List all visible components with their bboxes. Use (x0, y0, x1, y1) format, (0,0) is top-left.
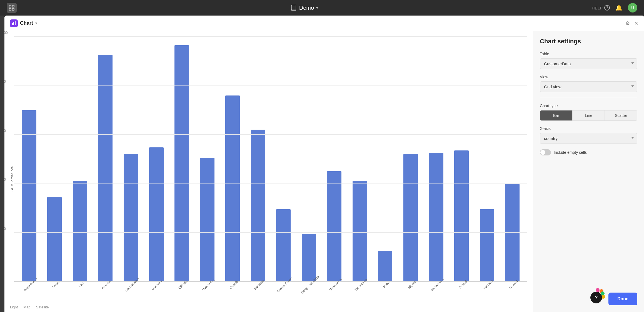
bar-chart-icon (12, 21, 16, 26)
bottom-tab-map[interactable]: Map (23, 305, 30, 309)
x-axis-tick-label: Tonga (52, 280, 60, 289)
y-axis-tick-label: 800 (4, 80, 6, 84)
table-select[interactable]: CustomerData (540, 58, 637, 69)
done-button[interactable]: Done (608, 293, 637, 305)
bars-container (14, 37, 527, 281)
chart-type-buttons: Bar Line Scatter (540, 110, 637, 121)
x-label-wrapper: Djibouti (449, 282, 474, 304)
bar-wrapper[interactable] (220, 37, 245, 281)
panel-title-area: Chart ▾ (10, 19, 37, 27)
x-axis-tick-label: Iraq (78, 281, 84, 288)
bar (149, 147, 164, 281)
panel-header: Chart ▾ ⚙ ✕ (4, 16, 644, 31)
bar-wrapper[interactable] (93, 37, 118, 281)
bar (276, 209, 291, 281)
y-axis-tick-label: 1000 (4, 31, 8, 35)
view-section: View Grid view (540, 75, 637, 92)
bar-wrapper[interactable] (373, 37, 398, 281)
bar-wrapper[interactable] (169, 37, 194, 281)
bar (454, 150, 469, 281)
bar-wrapper[interactable] (500, 37, 525, 281)
y-axis-tick-label: 200 (4, 227, 6, 231)
bar-wrapper[interactable] (271, 37, 296, 281)
settings-panel: Chart settings Table CustomerData View G… (533, 31, 644, 312)
chart-type-line-button[interactable]: Line (573, 110, 605, 120)
settings-title: Chart settings (540, 38, 637, 45)
x-label-wrapper: Tonga (43, 282, 67, 304)
view-label: View (540, 75, 637, 79)
chart-type-scatter-button[interactable]: Scatter (605, 110, 637, 120)
x-label-wrapper: Gibraltar (93, 282, 118, 304)
bar-wrapper[interactable] (43, 37, 67, 281)
bar (22, 110, 36, 281)
grid-line (14, 232, 527, 233)
bar (47, 197, 62, 281)
x-axis-label: X-axis (540, 126, 637, 131)
svg-rect-1 (12, 5, 14, 7)
chart-plot: 10008006004002000 (14, 37, 527, 282)
avatar[interactable]: U (628, 3, 637, 12)
dot-pink (596, 288, 600, 292)
content-area: SUM: orderTotal 10008006004002000 Diego … (4, 31, 644, 312)
bottom-bar: Light Map Satellite (4, 302, 533, 312)
chart-type-bar-button[interactable]: Bar (540, 110, 573, 120)
app-title-area[interactable]: Demo ▾ (290, 4, 318, 11)
bar (98, 55, 113, 281)
bar (174, 45, 189, 281)
y-axis-label: SUM: orderTotal (10, 37, 14, 309)
bar (200, 158, 214, 281)
x-axis-select[interactable]: country (540, 133, 637, 144)
x-label-wrapper: Timor-Leste (348, 282, 372, 304)
panel-title: Chart (20, 20, 33, 26)
bar-wrapper[interactable] (195, 37, 219, 281)
x-label-wrapper: Liechtenstein (119, 282, 143, 304)
bar-wrapper[interactable] (475, 37, 499, 281)
bottom-tab-light[interactable]: Light (10, 305, 18, 309)
view-select[interactable]: Grid view (540, 81, 637, 92)
bar-wrapper[interactable] (68, 37, 92, 281)
dropdown-arrow-icon[interactable]: ▾ (316, 6, 318, 10)
bar-wrapper[interactable] (144, 37, 169, 281)
bar-wrapper[interactable] (17, 37, 41, 281)
bar-wrapper[interactable] (348, 37, 372, 281)
chart-inner: 10008006004002000 Diego GarciaTongaIraqG… (14, 37, 527, 309)
notifications-icon[interactable]: 🔔 (615, 4, 622, 11)
include-empty-toggle[interactable] (540, 149, 551, 155)
bar-wrapper[interactable] (246, 37, 270, 281)
grid-line (14, 134, 527, 135)
x-label-wrapper: Nigeria (398, 282, 423, 304)
table-section: Table CustomerData (540, 52, 637, 69)
chart-area: SUM: orderTotal 10008006004002000 Diego … (4, 31, 533, 312)
bar (429, 153, 443, 281)
bar-wrapper[interactable] (297, 37, 321, 281)
svg-rect-5 (13, 22, 14, 25)
bar-wrapper[interactable] (449, 37, 474, 281)
help-circle-icon: ? (604, 5, 610, 11)
bottom-tab-satellite[interactable]: Satellite (36, 305, 49, 309)
help-cluster[interactable]: ? (588, 290, 604, 305)
app-name: Demo (299, 5, 314, 11)
svg-rect-4 (12, 23, 13, 25)
topbar: Demo ▾ HELP ? 🔔 U (0, 0, 644, 16)
topbar-right: HELP ? 🔔 U (592, 3, 637, 12)
bar-wrapper[interactable] (424, 37, 448, 281)
help-question-icon: ? (590, 292, 602, 303)
close-icon[interactable]: ✕ (634, 20, 638, 26)
help-label: HELP (592, 6, 603, 10)
x-label-wrapper: Congo - Kinshasa (297, 282, 321, 304)
chart-icon (10, 19, 18, 27)
bar (378, 251, 392, 281)
help-button[interactable]: HELP ? (592, 5, 610, 11)
bar-wrapper[interactable] (398, 37, 423, 281)
app-logo[interactable] (7, 3, 17, 13)
y-axis-tick-label: 600 (4, 129, 6, 133)
x-label-wrapper: Guinea-Bissau (271, 282, 296, 304)
bar-wrapper[interactable] (322, 37, 347, 281)
settings-gear-icon[interactable]: ⚙ (625, 20, 630, 26)
x-label-wrapper: Iraq (68, 282, 92, 304)
chart-container: SUM: orderTotal 10008006004002000 Diego … (10, 37, 527, 309)
panel-title-dropdown[interactable]: ▾ (35, 21, 37, 25)
x-label-wrapper: Vatican City (195, 282, 219, 304)
svg-rect-0 (9, 5, 11, 7)
bar-wrapper[interactable] (119, 37, 143, 281)
